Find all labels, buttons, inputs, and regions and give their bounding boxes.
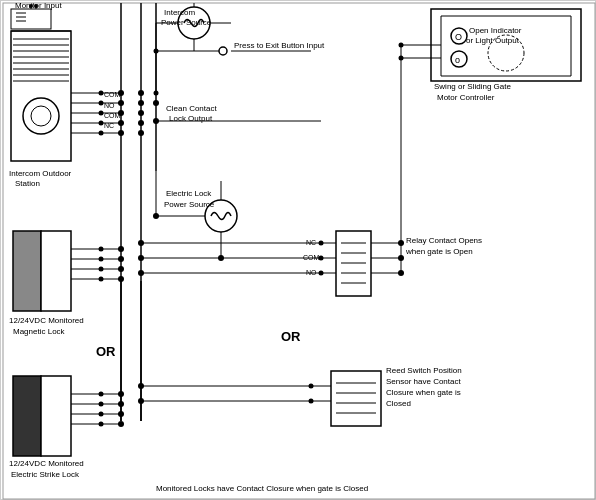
svg-text:NO: NO xyxy=(306,269,317,276)
svg-text:Intercom: Intercom xyxy=(164,8,195,17)
svg-text:COM: COM xyxy=(303,254,320,261)
svg-text:COM: COM xyxy=(104,112,121,119)
svg-text:Swing or Sliding Gate: Swing or Sliding Gate xyxy=(434,82,511,91)
svg-point-154 xyxy=(153,100,159,106)
svg-text:12/24VDC Monitored: 12/24VDC Monitored xyxy=(9,316,84,325)
svg-text:Clean Contact: Clean Contact xyxy=(166,104,217,113)
svg-text:Sensor have Contact: Sensor have Contact xyxy=(386,377,461,386)
svg-text:Electric Strike Lock: Electric Strike Lock xyxy=(11,470,80,479)
svg-text:Reed Switch Position: Reed Switch Position xyxy=(386,366,462,375)
svg-text:Power Source: Power Source xyxy=(164,200,215,209)
svg-rect-23 xyxy=(11,9,51,29)
svg-text:when gate is Open: when gate is Open xyxy=(405,247,473,256)
svg-point-74 xyxy=(118,246,124,252)
svg-text:Relay Contact Opens: Relay Contact Opens xyxy=(406,236,482,245)
svg-point-51 xyxy=(138,100,144,106)
svg-point-76 xyxy=(118,266,124,272)
svg-text:NC: NC xyxy=(104,122,114,129)
svg-point-133 xyxy=(138,270,144,276)
svg-text:Station: Station xyxy=(15,179,40,188)
svg-text:Lock Output: Lock Output xyxy=(169,114,213,123)
svg-point-50 xyxy=(138,90,144,96)
svg-point-54 xyxy=(138,130,144,136)
svg-text:or Light Output: or Light Output xyxy=(466,36,520,45)
svg-text:O: O xyxy=(455,32,462,42)
svg-point-53 xyxy=(138,120,144,126)
svg-text:NO: NO xyxy=(104,102,115,109)
svg-text:Electric Lock: Electric Lock xyxy=(166,189,212,198)
svg-text:12/24VDC Monitored: 12/24VDC Monitored xyxy=(9,459,84,468)
svg-rect-117 xyxy=(331,371,381,426)
svg-point-52 xyxy=(138,110,144,116)
svg-text:OR: OR xyxy=(281,329,301,344)
svg-point-150 xyxy=(398,255,404,261)
svg-text:Press to Exit Button Input: Press to Exit Button Input xyxy=(234,41,325,50)
svg-text:o: o xyxy=(455,55,460,65)
svg-point-131 xyxy=(138,255,144,261)
svg-text:Intercom Outdoor: Intercom Outdoor xyxy=(9,169,72,178)
svg-point-12 xyxy=(31,106,51,126)
svg-point-135 xyxy=(138,240,144,246)
svg-text:Closed: Closed xyxy=(386,399,411,408)
svg-rect-78 xyxy=(13,376,41,456)
svg-point-149 xyxy=(398,240,404,246)
svg-point-39 xyxy=(219,47,227,55)
svg-text:Open Indicator: Open Indicator xyxy=(469,26,522,35)
svg-rect-61 xyxy=(41,231,71,311)
svg-text:Monitored Locks have Contact C: Monitored Locks have Contact Closure whe… xyxy=(156,484,368,493)
wiring-diagram: O o Monitor Input Intercom Power Source … xyxy=(0,0,596,500)
svg-text:OR: OR xyxy=(96,344,116,359)
svg-text:Monitor Input: Monitor Input xyxy=(15,1,62,10)
svg-text:Closure when gate is: Closure when gate is xyxy=(386,388,461,397)
svg-text:NC: NC xyxy=(306,239,316,246)
svg-text:Motor Controller: Motor Controller xyxy=(437,93,495,102)
svg-text:Magnetic Lock: Magnetic Lock xyxy=(13,327,66,336)
svg-point-151 xyxy=(398,270,404,276)
svg-rect-60 xyxy=(13,231,41,311)
svg-rect-79 xyxy=(41,376,71,456)
svg-point-75 xyxy=(118,256,124,262)
svg-text:COM: COM xyxy=(104,91,121,98)
svg-text:Power Source: Power Source xyxy=(161,18,212,27)
svg-point-95 xyxy=(118,421,124,427)
svg-point-153 xyxy=(153,118,159,124)
